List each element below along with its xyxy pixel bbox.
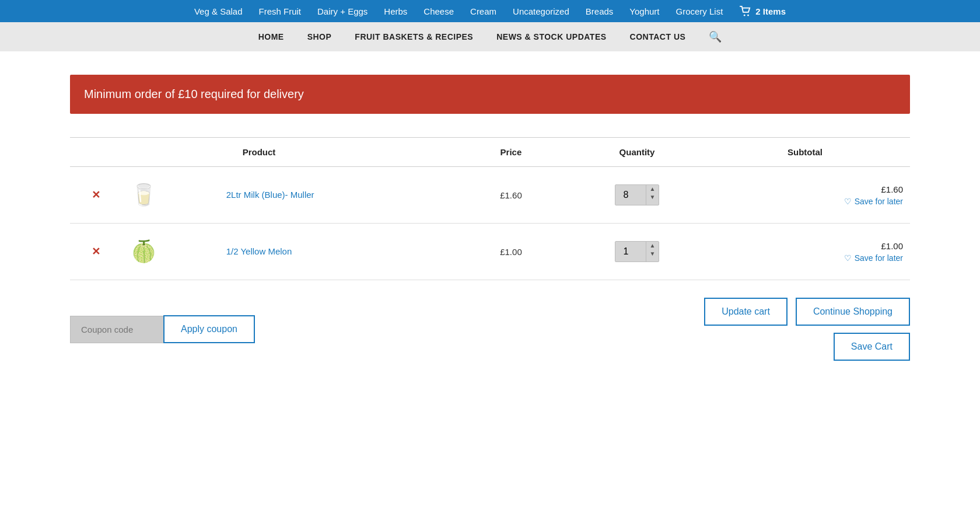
qty-down-button[interactable]: ▼ [646,193,659,201]
product-link[interactable]: 2Ltr Milk (Blue)- Muller [226,190,314,200]
quantity-stepper[interactable]: ▲ ▼ [615,184,660,205]
col-header-subtotal: Subtotal [700,138,910,167]
nav-fresh-fruit[interactable]: Fresh Fruit [259,6,302,16]
main-nav-shop[interactable]: SHOP [307,32,332,41]
qty-down-button[interactable]: ▼ [646,250,659,258]
primary-action-row: Update cart Continue Shopping [704,298,910,326]
cart-actions: Apply coupon Update cart Continue Shoppi… [70,298,910,361]
nav-cream[interactable]: Cream [470,6,496,16]
heart-icon: ♡ [844,253,852,263]
quantity-stepper[interactable]: ▲ ▼ [615,241,660,262]
quantity-cell: ▲ ▼ [574,224,700,280]
save-cart-button[interactable]: Save Cart [834,333,910,361]
main-navigation: HOME SHOP FRUIT BASKETS & RECIPES NEWS &… [0,22,980,51]
top-navigation: Veg & Salad Fresh Fruit Dairy + Eggs Her… [0,0,980,22]
table-row: ✕ 🥛 2Ltr Milk (Blue)- Muller £1.60 ▲ [70,167,910,224]
continue-shopping-button[interactable]: Continue Shopping [796,298,910,326]
product-thumbnail: 🥛 [130,177,159,212]
product-price: £1.60 [448,167,574,224]
col-header-quantity: Quantity [574,138,700,167]
subtotal-price: £1.00 [707,241,903,251]
cart-icon [739,6,752,16]
save-for-later-link[interactable]: ♡ Save for later [707,253,903,263]
coupon-input[interactable] [70,316,163,343]
subtotal-cell: £1.60 ♡ Save for later [700,167,910,224]
save-for-later-link[interactable]: ♡ Save for later [707,197,903,206]
search-icon[interactable]: 🔍 [709,30,722,43]
col-header-product: Product [70,138,448,167]
nav-veg-salad[interactable]: Veg & Salad [194,6,243,16]
cart-count: 2 Items [755,6,786,16]
milk-bottle-icon: 🥛 [131,183,157,207]
qty-up-button[interactable]: ▲ [646,185,659,193]
quantity-input[interactable] [615,242,646,261]
update-cart-button[interactable]: Update cart [704,298,788,326]
cart-table: Product Price Quantity Subtotal ✕ 🥛 2Ltr… [70,137,910,280]
col-header-price: Price [448,138,574,167]
subtotal-price: £1.60 [707,184,903,194]
melon-icon: 🍈 [131,239,157,264]
nav-yoghurt[interactable]: Yoghurt [629,6,659,16]
quantity-input[interactable] [615,185,646,205]
main-nav-news[interactable]: NEWS & STOCK UPDATES [496,32,606,41]
nav-dairy-eggs[interactable]: Dairy + Eggs [317,6,368,16]
svg-point-0 [744,15,746,16]
right-actions: Update cart Continue Shopping Save Cart [704,298,910,361]
remove-item-button[interactable]: ✕ [92,189,100,201]
secondary-action-row: Save Cart [834,333,910,361]
nav-breads[interactable]: Breads [586,6,614,16]
product-thumbnail: 🍈 [130,234,159,269]
nav-herbs[interactable]: Herbs [384,6,407,16]
main-nav-contact[interactable]: CONTACT US [630,32,686,41]
minimum-order-alert: Minimum order of £10 required for delive… [70,75,910,114]
main-nav-home[interactable]: HOME [258,32,284,41]
cart-indicator[interactable]: 2 Items [739,6,786,16]
main-nav-fruit-baskets[interactable]: FRUIT BASKETS & RECIPES [355,32,473,41]
product-price: £1.00 [448,224,574,280]
product-link[interactable]: 1/2 Yellow Melon [226,246,292,256]
table-row: ✕ 🍈 1/2 Yellow Melon £1.00 ▲ [70,224,910,280]
nav-cheese[interactable]: Cheese [424,6,454,16]
subtotal-cell: £1.00 ♡ Save for later [700,224,910,280]
svg-point-1 [748,15,750,16]
qty-up-button[interactable]: ▲ [646,242,659,250]
nav-uncategorized[interactable]: Uncategorized [513,6,569,16]
heart-icon: ♡ [844,197,852,206]
nav-grocery-list[interactable]: Grocery List [676,6,723,16]
apply-coupon-button[interactable]: Apply coupon [163,315,255,343]
coupon-section: Apply coupon [70,315,255,343]
page-content: Minimum order of £10 required for delive… [58,51,922,396]
quantity-cell: ▲ ▼ [574,167,700,224]
remove-item-button[interactable]: ✕ [92,245,100,258]
